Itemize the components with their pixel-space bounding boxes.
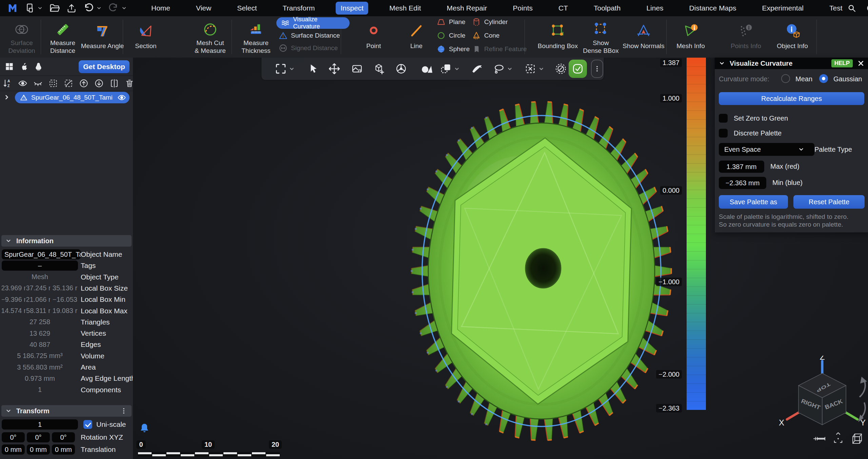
notification-bell-icon[interactable] (139, 423, 150, 434)
shapes-icon[interactable] (421, 63, 432, 75)
chevron-down-icon[interactable] (96, 5, 102, 11)
ribbon-button-circle[interactable]: Circle (437, 30, 477, 41)
reset-palette-button[interactable]: Reset Palette (793, 195, 865, 209)
ribbon-button-refine-feature[interactable]: Refine Feature (472, 43, 533, 55)
redo-icon[interactable] (108, 3, 119, 13)
deselect-box-icon[interactable] (64, 79, 73, 88)
tags-input[interactable]: – (2, 260, 78, 271)
tree-expand-chevron-icon[interactable] (3, 94, 10, 101)
rotation-z-input[interactable]: 0° (52, 432, 75, 442)
cube-add-icon[interactable] (373, 63, 385, 75)
translation-x-input[interactable]: 0 mm (2, 444, 25, 455)
ribbon-button-surface-distance[interactable]: Surface Distance (279, 30, 347, 41)
chevron-down-icon[interactable] (538, 66, 544, 72)
lasso-icon[interactable] (493, 63, 505, 75)
object-name-input[interactable]: SpurGear_06_48_50T_Ta (2, 249, 81, 259)
search-icon[interactable] (847, 4, 856, 13)
transform-section-header[interactable]: Transform (1, 405, 132, 417)
recalculate-ranges-button[interactable]: Recalculate Ranges (719, 92, 864, 105)
rotation-x-input[interactable]: 0° (2, 432, 25, 442)
rotation-y-input[interactable]: 0° (27, 432, 50, 442)
show-box-icon[interactable] (850, 432, 864, 446)
scene-tree-item-spurgear[interactable]: SpurGear_06_48_50T_Tami (15, 92, 130, 103)
scale-bar-icon[interactable] (813, 434, 828, 443)
chevron-down-icon[interactable] (507, 66, 513, 72)
box-x-icon[interactable] (525, 63, 536, 75)
chevron-down-icon[interactable] (454, 66, 460, 72)
mean-radio[interactable] (781, 74, 790, 83)
circle-up-icon[interactable] (79, 79, 88, 88)
windows-icon[interactable] (5, 62, 14, 71)
snapshot-icon[interactable] (351, 63, 363, 75)
menu-tab-select[interactable]: Select (232, 2, 261, 15)
uniscale-checkbox[interactable] (83, 420, 92, 429)
collapse-panel-icon[interactable] (719, 60, 725, 66)
ribbon-button-points-info[interactable]: Points Info (719, 16, 773, 58)
select-box-icon[interactable] (48, 79, 58, 88)
menu-tab-test[interactable]: Test (825, 2, 847, 15)
ribbon-button-visualize-curvature[interactable]: Visualize Curvature (276, 17, 350, 29)
fit-view-icon[interactable] (275, 63, 287, 75)
transform-menu-icon[interactable] (120, 407, 127, 415)
rotate-view-arrows-icon[interactable] (858, 377, 867, 422)
menu-tab-view[interactable]: View (191, 2, 216, 15)
linux-icon[interactable] (34, 62, 43, 71)
eye-closed-icon[interactable] (33, 79, 43, 88)
ribbon-button-signed-distance[interactable]: Signed Distance (279, 42, 347, 54)
menu-tab-lines[interactable]: Lines (642, 2, 668, 15)
folder-open-icon[interactable] (50, 3, 60, 13)
eye-icon[interactable] (18, 79, 27, 88)
chevron-down-icon[interactable] (121, 5, 127, 11)
duplicate-icon[interactable] (110, 79, 119, 88)
menu-tab-home[interactable]: Home (146, 2, 175, 15)
chevron-down-icon[interactable] (37, 5, 43, 11)
save-palette-button[interactable]: Save Palette as (719, 195, 788, 209)
apple-icon[interactable] (19, 62, 28, 71)
sort-icon[interactable]: AZ (3, 79, 12, 88)
max-red-input[interactable]: 1.387 mm (719, 161, 764, 173)
scale-input[interactable]: 1 (2, 419, 78, 430)
translation-y-input[interactable]: 0 mm (27, 444, 50, 455)
min-blue-input[interactable]: −2.363 mm (719, 177, 766, 189)
menu-tab-mesh-repair[interactable]: Mesh Repair (442, 2, 492, 15)
curvature-colorbar[interactable] (687, 58, 706, 410)
ribbon-button-sphere[interactable]: Sphere (437, 43, 477, 55)
undo-icon[interactable] (83, 3, 94, 13)
menu-tab-experimental[interactable]: Experimental (757, 2, 808, 15)
confirm-check-icon[interactable] (569, 60, 587, 78)
help-icon[interactable]: ? (866, 4, 868, 13)
ribbon-button-cylinder[interactable]: Cylinder (472, 16, 523, 28)
menu-tab-ct[interactable]: CT (554, 2, 573, 15)
ribbon-button-plane[interactable]: Plane (437, 16, 477, 28)
menu-tab-mesh-edit[interactable]: Mesh Edit (384, 2, 426, 15)
help-badge[interactable]: HELP (831, 59, 853, 67)
menu-tab-inspect[interactable]: Inspect (336, 2, 368, 15)
clear-selection-icon[interactable] (555, 63, 567, 75)
ribbon-button-mesh-info[interactable]: Mesh Info (664, 16, 718, 58)
circle-down-icon[interactable] (94, 79, 104, 88)
ribbon-button-measure-thickness[interactable]: MeasureThickness (229, 16, 283, 58)
get-desktop-button[interactable]: Get Desktop (79, 60, 130, 73)
center-view-icon[interactable] (831, 432, 845, 445)
menu-tab-points[interactable]: Points (508, 2, 537, 15)
cursor-icon[interactable] (307, 63, 319, 75)
chevron-down-icon[interactable] (289, 66, 295, 72)
ribbon-button-show-normals[interactable]: Show Normals (616, 16, 671, 58)
new-file-icon[interactable] (24, 3, 35, 13)
ribbon-button-object-info[interactable]: Object Info (765, 16, 820, 58)
set-zero-to-green-checkbox[interactable] (719, 114, 728, 123)
menu-tab-distance-maps[interactable]: Distance Maps (685, 2, 741, 15)
kebab-icon[interactable] (591, 60, 603, 78)
nav-wheel-icon[interactable] (395, 63, 407, 75)
menu-tab-transform[interactable]: Transform (278, 2, 320, 15)
orientation-gizmo[interactable]: TOP RIGHT BACK Z X Y (775, 356, 868, 434)
visibility-eye-icon[interactable] (117, 93, 126, 102)
app-logo-icon[interactable] (7, 3, 18, 13)
menu-tab-toolpath[interactable]: Toolpath (589, 2, 625, 15)
gaussian-radio[interactable] (819, 74, 828, 83)
ribbon-button-line[interactable]: Line (389, 16, 443, 58)
close-panel-icon[interactable] (857, 60, 864, 67)
information-section-header[interactable]: Information (1, 235, 132, 247)
discrete-palette-checkbox[interactable] (719, 129, 728, 138)
knife-icon[interactable] (471, 63, 483, 75)
